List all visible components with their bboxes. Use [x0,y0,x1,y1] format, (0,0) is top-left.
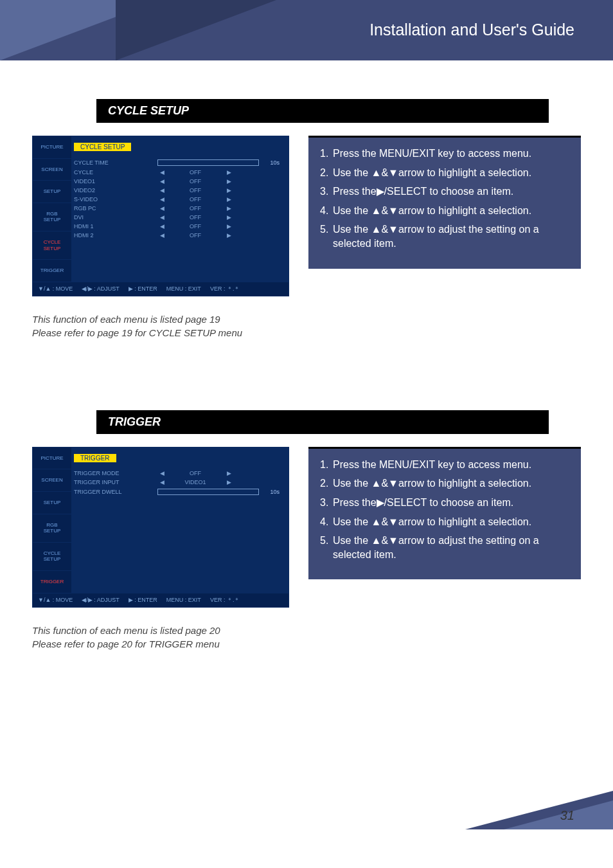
instruction-text: Use the ▲&▼arrow to highlight a selectio… [333,516,531,527]
osd-panel-trigger: PICTURE SCREEN SETUP RGB SETUP CYCLE SET… [32,447,289,608]
instruction-step: 3.Press the▶/SELECT to choose an item. [320,185,569,199]
caption-trigger: This function of each menu is listed pag… [32,624,289,651]
instruction-step: 4.Use the ▲&▼arrow to highlight a select… [320,515,569,529]
osd-row-trigger-mode[interactable]: TRIGGER MODE◀OFF▶ [74,469,282,478]
osd-row-label: VIDEO1 [74,178,157,185]
osd-tab-setup[interactable]: SETUP [33,492,71,514]
instruction-num: 5. [320,534,328,548]
osd-tab-cycle-setup[interactable]: CYCLE SETUP [33,543,71,571]
left-arrow-icon[interactable]: ◀ [157,169,166,176]
section-header-trigger: TRIGGER [96,410,549,434]
page-banner: Installation and User's Guide [0,0,613,60]
osd-footer-exit: MENU : EXIT [166,285,201,293]
section-body-trigger: PICTURE SCREEN SETUP RGB SETUP CYCLE SET… [32,447,581,651]
osd-footer-move: ▼/▲ : MOVE [38,285,73,293]
osd-tab-screen[interactable]: SCREEN [33,159,71,181]
osd-slider-label: CYCLE TIME [74,159,157,166]
right-arrow-icon[interactable]: ▶ [224,214,233,221]
right-arrow-icon[interactable]: ▶ [224,232,233,239]
page-title: Installation and User's Guide [369,21,574,39]
slider-bar-icon[interactable] [157,159,259,166]
instructions-cycle: 1.Press the MENU/EXIT key to access menu… [308,136,581,269]
instruction-step: 5.Use the ▲&▼arrow to adjust the setting… [320,222,569,250]
osd-tab-setup[interactable]: SETUP [33,181,71,203]
right-arrow-icon[interactable]: ▶ [224,196,233,203]
instruction-text: Press the▶/SELECT to choose an item. [333,497,513,508]
caption-line2: Please refer to page 20 for TRIGGER menu [32,638,220,649]
left-arrow-icon[interactable]: ◀ [157,196,166,203]
osd-row-label: TRIGGER MODE [74,470,157,476]
instruction-num: 4. [320,515,328,529]
osd-row-label: RGB PC [74,205,157,212]
left-arrow-icon[interactable]: ◀ [157,479,166,485]
right-arrow-icon[interactable]: ▶ [224,187,233,194]
left-arrow-icon[interactable]: ◀ [157,470,166,476]
left-arrow-icon[interactable]: ◀ [157,223,166,230]
osd-footer-enter: ▶ : ENTER [129,596,157,604]
osd-row-value: OFF [166,232,224,239]
left-arrow-icon[interactable]: ◀ [157,187,166,194]
osd-tab-trigger[interactable]: TRIGGER [33,260,71,282]
instruction-step: 5.Use the ▲&▼arrow to adjust the setting… [320,534,569,561]
osd-tab-picture[interactable]: PICTURE [33,136,71,159]
instruction-num: 5. [320,222,328,237]
right-arrow-icon[interactable]: ▶ [224,205,233,212]
right-arrow-icon[interactable]: ▶ [224,178,233,185]
osd-body: PICTURE SCREEN SETUP RGB SETUP CYCLE SET… [33,448,289,593]
osd-slider-cycle-time[interactable]: CYCLE TIME 10s [74,158,282,168]
osd-body: PICTURE SCREEN SETUP RGB SETUP CYCLE SET… [33,136,289,282]
slider-bar-icon[interactable] [157,489,259,495]
left-arrow-icon[interactable]: ◀ [157,205,166,212]
osd-row-dvi[interactable]: DVI◀OFF▶ [74,213,282,222]
osd-slider-trigger-dwell[interactable]: TRIGGER DWELL 10s [74,487,282,497]
right-arrow-icon[interactable]: ▶ [224,223,233,230]
osd-row-value: OFF [166,169,224,176]
right-arrow-icon[interactable]: ▶ [224,169,233,176]
page-number: 31 [560,808,574,823]
caption-cycle: This function of each menu is listed pag… [32,312,289,339]
osd-row-rgbpc[interactable]: RGB PC◀OFF▶ [74,204,282,213]
osd-footer-adjust: ◀/▶ : ADJUST [82,596,120,604]
osd-tab-screen[interactable]: SCREEN [33,469,71,492]
osd-panel-cycle: PICTURE SCREEN SETUP RGB SETUP CYCLE SET… [32,136,289,296]
osd-row-value: OFF [166,223,224,230]
osd-row-hdmi1[interactable]: HDMI 1◀OFF▶ [74,222,282,231]
osd-footer: ▼/▲ : MOVE ◀/▶ : ADJUST ▶ : ENTER MENU :… [33,593,289,607]
instruction-step: 4.Use the ▲&▼arrow to highlight a select… [320,204,569,218]
instruction-num: 1. [320,458,328,472]
osd-row-label: TRIGGER INPUT [74,479,157,485]
osd-tab-rgb-setup[interactable]: RGB SETUP [33,203,71,231]
caption-line2: Please refer to page 19 for CYCLE SETUP … [32,327,242,338]
osd-tab-cycle-setup[interactable]: CYCLE SETUP [33,231,71,260]
instruction-text: Press the MENU/EXIT key to access menu. [333,459,531,470]
instruction-num: 1. [320,147,328,161]
right-arrow-icon[interactable]: ▶ [224,470,233,476]
osd-tab-rgb-setup[interactable]: RGB SETUP [33,514,71,543]
osd-row-label: HDMI 1 [74,223,157,230]
osd-row-cycle[interactable]: CYCLE◀OFF▶ [74,168,282,177]
left-arrow-icon[interactable]: ◀ [157,214,166,221]
osd-row-label: VIDEO2 [74,187,157,194]
osd-tab-trigger[interactable]: TRIGGER [33,571,71,593]
osd-row-svideo[interactable]: S-VIDEO◀OFF▶ [74,195,282,204]
osd-row-value: OFF [166,214,224,221]
osd-row-hdmi2[interactable]: HDMI 2◀OFF▶ [74,231,282,240]
left-arrow-icon[interactable]: ◀ [157,178,166,185]
osd-row-value: OFF [166,187,224,194]
osd-tabs: PICTURE SCREEN SETUP RGB SETUP CYCLE SET… [33,136,71,282]
osd-row-video1[interactable]: VIDEO1◀OFF▶ [74,177,282,186]
osd-row-video2[interactable]: VIDEO2◀OFF▶ [74,186,282,195]
instruction-text: Press the MENU/EXIT key to access menu. [333,148,531,159]
osd-row-trigger-input[interactable]: TRIGGER INPUT◀VIDEO1▶ [74,478,282,487]
left-arrow-icon[interactable]: ◀ [157,232,166,239]
section-header-cycle: CYCLE SETUP [96,99,549,123]
osd-title: TRIGGER [74,454,116,462]
right-arrow-icon[interactable]: ▶ [224,479,233,485]
osd-slider-label: TRIGGER DWELL [74,489,157,495]
osd-tabs: PICTURE SCREEN SETUP RGB SETUP CYCLE SET… [33,448,71,593]
instruction-step: 1.Press the MENU/EXIT key to access menu… [320,458,569,472]
instruction-step: 2.Use the ▲&▼arrow to highlight a select… [320,166,569,180]
osd-tab-picture[interactable]: PICTURE [33,448,71,470]
instruction-num: 4. [320,204,328,218]
osd-row-label: HDMI 2 [74,232,157,239]
